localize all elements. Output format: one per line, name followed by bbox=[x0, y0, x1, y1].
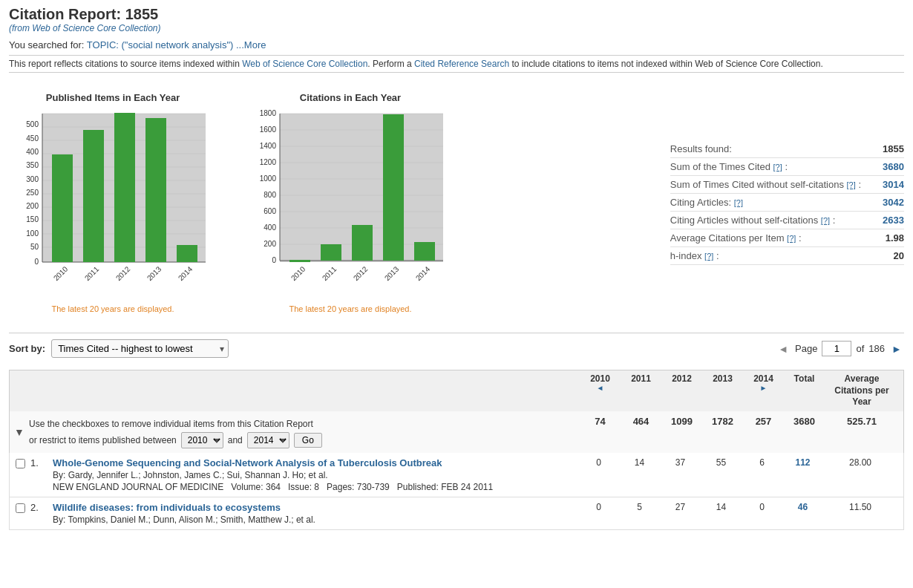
result-meta-2a: By: Tompkins, Daniel M.; Dunn, Alison M.… bbox=[53, 514, 578, 525]
svg-text:400: 400 bbox=[264, 223, 276, 232]
agg-2013: 1782 bbox=[702, 416, 743, 427]
search-prefix: You searched for: bbox=[9, 39, 84, 50]
year-header-2014: 2014► bbox=[743, 373, 784, 392]
svg-text:450: 450 bbox=[26, 134, 39, 143]
result-cells-1: 0 14 37 55 6 112 28.00 bbox=[578, 457, 897, 468]
result-meta-1a: By: Gardy, Jennifer L.; Johnston, James … bbox=[53, 470, 578, 480]
agg-avg: 525.71 bbox=[825, 416, 899, 427]
chart1-note: The latest 20 years are displayed. bbox=[9, 304, 217, 313]
and-label: and bbox=[228, 435, 243, 445]
sort-down-arrow: ▼ bbox=[14, 426, 24, 438]
prev-page-button[interactable]: ◄ bbox=[776, 342, 791, 356]
info-text-mid: . Perform a bbox=[367, 59, 414, 69]
results-found-value: 1855 bbox=[867, 143, 904, 154]
result-content-2: Wildlife diseases: from individuals to e… bbox=[53, 502, 578, 525]
hindex-value: 20 bbox=[867, 250, 904, 261]
search-query-link[interactable]: TOPIC: ("social network analysis") ...Mo… bbox=[87, 39, 266, 50]
info-text-after: to include citations to items not indexe… bbox=[509, 59, 823, 69]
result-2-2011: 5 bbox=[619, 502, 660, 512]
svg-rect-59 bbox=[352, 225, 373, 261]
chart1-svg: 0 50 100 150 200 250 300 350 400 450 500 bbox=[9, 106, 217, 299]
year-headers-row: 2010◄ 2011 2012 2013 2014► Total Average… bbox=[9, 370, 904, 411]
sort-select[interactable]: Times Cited -- highest to lowest Times C… bbox=[51, 339, 229, 358]
svg-text:0: 0 bbox=[272, 256, 276, 264]
avg-citations-label: Average Citations per Item [?] : bbox=[670, 232, 808, 244]
check-1 bbox=[16, 457, 30, 471]
sum-cited-no-self-help[interactable]: [?] bbox=[847, 180, 856, 189]
citations-chart: Citations in Each Year 0 200 bbox=[246, 92, 454, 313]
citing-no-self-help[interactable]: [?] bbox=[821, 216, 830, 225]
hindex-label: h-index [?] : bbox=[670, 250, 725, 261]
result-title-1[interactable]: Whole-Genome Sequencing and Social-Netwo… bbox=[53, 457, 442, 468]
go-button[interactable]: Go bbox=[294, 433, 322, 448]
year-header-2010: 2010◄ bbox=[580, 373, 621, 392]
info-bar: This report reflects citations to source… bbox=[9, 55, 904, 73]
hindex-row: h-index [?] : 20 bbox=[670, 247, 904, 265]
checkbox-1[interactable] bbox=[16, 459, 25, 468]
svg-rect-28 bbox=[145, 118, 166, 262]
published-items-chart: Published Items in Each Year bbox=[9, 92, 217, 313]
svg-rect-29 bbox=[177, 245, 197, 262]
result-1-total: 112 bbox=[782, 457, 823, 468]
citing-no-self-row: Citing Articles without self-citations [… bbox=[670, 212, 904, 229]
next-page-button[interactable]: ► bbox=[889, 342, 904, 356]
result-2-2012: 27 bbox=[660, 502, 701, 512]
chart1-title: Published Items in Each Year bbox=[9, 92, 217, 103]
year-header-2013: 2013 bbox=[702, 373, 743, 384]
svg-rect-60 bbox=[383, 114, 404, 261]
avg-citations-help[interactable]: [?] bbox=[787, 234, 796, 243]
svg-text:1200: 1200 bbox=[260, 158, 277, 166]
svg-text:2011: 2011 bbox=[321, 264, 338, 282]
svg-text:250: 250 bbox=[26, 189, 39, 197]
charts-section: Published Items in Each Year bbox=[9, 85, 904, 321]
sum-cited-no-self-row: Sum of Times Cited without self-citation… bbox=[670, 176, 904, 194]
svg-rect-26 bbox=[83, 130, 104, 262]
result-1-2013: 55 bbox=[701, 457, 742, 468]
svg-text:0: 0 bbox=[34, 258, 39, 266]
result-1-2010: 0 bbox=[578, 457, 619, 468]
citing-articles-help[interactable]: [?] bbox=[734, 198, 743, 207]
sum-cited-label: Sum of the Times Cited [?] : bbox=[670, 161, 793, 172]
sort-select-wrap: Times Cited -- highest to lowest Times C… bbox=[51, 339, 229, 358]
page-subtitle: (from Web of Science Core Collection) bbox=[9, 23, 904, 33]
svg-text:150: 150 bbox=[26, 215, 39, 223]
hindex-help[interactable]: [?] bbox=[704, 252, 713, 261]
result-meta-1b: NEW ENGLAND JOURNAL OF MEDICINE Volume: … bbox=[53, 482, 578, 492]
controls-row: ▼ Use the checkboxes to remove individua… bbox=[9, 411, 904, 453]
result-num-1: 1. bbox=[30, 457, 53, 468]
svg-text:2010: 2010 bbox=[289, 264, 307, 282]
total-header: Total bbox=[784, 373, 825, 384]
svg-text:2011: 2011 bbox=[83, 264, 101, 282]
sum-cited-row: Sum of the Times Cited [?] : 3680 bbox=[670, 158, 904, 176]
of-label: of bbox=[856, 343, 864, 354]
result-2-2010: 0 bbox=[578, 502, 619, 512]
result-2-2013: 14 bbox=[701, 502, 742, 512]
year-from-select[interactable]: 2010 2011 2012 2013 2014 bbox=[181, 432, 223, 448]
pagination: ◄ Page of 186 ► bbox=[776, 341, 904, 356]
svg-rect-25 bbox=[52, 154, 73, 262]
year-header-2011: 2011 bbox=[621, 373, 661, 384]
svg-text:300: 300 bbox=[26, 175, 39, 183]
svg-rect-57 bbox=[289, 260, 310, 262]
result-cells-2: 0 5 27 14 0 46 11.50 bbox=[578, 502, 897, 512]
checkbox-2[interactable] bbox=[16, 503, 25, 513]
svg-text:2014: 2014 bbox=[177, 264, 194, 282]
year-to-select[interactable]: 2010 2011 2012 2013 2014 bbox=[247, 432, 289, 448]
chart2-title: Citations in Each Year bbox=[246, 92, 454, 103]
citing-articles-value: 3042 bbox=[867, 197, 904, 208]
wos-link[interactable]: Web of Science Core Collection bbox=[242, 59, 367, 69]
agg-2010: 74 bbox=[580, 416, 621, 427]
sum-cited-help[interactable]: [?] bbox=[773, 163, 782, 172]
results-found-label: Results found: bbox=[670, 143, 738, 154]
result-content-1: Whole-Genome Sequencing and Social-Netwo… bbox=[53, 457, 578, 492]
cited-ref-link[interactable]: Cited Reference Search bbox=[414, 59, 509, 69]
citing-articles-row: Citing Articles: [?] 3042 bbox=[670, 194, 904, 212]
result-2-total: 46 bbox=[782, 502, 823, 512]
page-input[interactable] bbox=[822, 341, 851, 356]
svg-text:2012: 2012 bbox=[352, 264, 370, 282]
year-header-2012: 2012 bbox=[661, 373, 702, 384]
result-title-2[interactable]: Wildlife diseases: from individuals to e… bbox=[53, 502, 281, 513]
agg-2011: 464 bbox=[621, 416, 661, 427]
result-2-avg: 11.50 bbox=[823, 502, 897, 512]
page-title: Citation Report: 1855 bbox=[9, 6, 904, 23]
